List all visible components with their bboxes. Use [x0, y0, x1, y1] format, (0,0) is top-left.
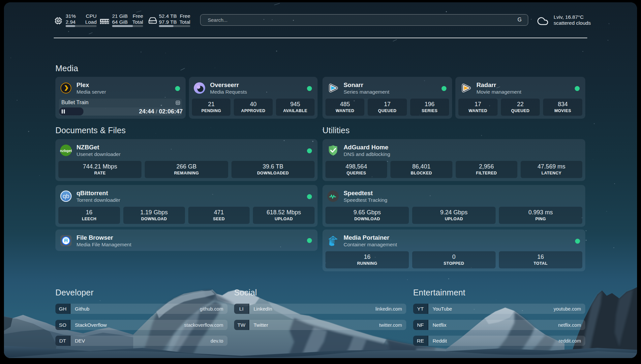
svg-text:nzbget: nzbget	[60, 149, 72, 153]
svg-text:qb: qb	[63, 193, 69, 199]
